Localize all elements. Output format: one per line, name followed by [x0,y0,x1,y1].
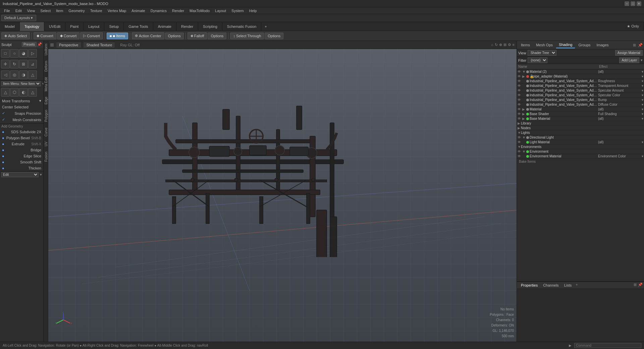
options-button-3[interactable]: Options [265,33,283,39]
arr-9[interactable]: ▶ [522,107,526,111]
row-menu-5[interactable]: ▾ [642,89,643,92]
props-pin-icon[interactable]: 📌 [638,283,643,288]
tree-row-roughness[interactable]: 👁 Industrial_Pipeline_and_Valve_System_A… [517,79,644,84]
eye-icon-13[interactable]: 👁 [518,140,522,144]
vert-tab-fusion[interactable]: Fusion [44,149,48,164]
shader-tree[interactable]: 👁 ▼ Material (2) (all) ▾ 👁 ▶ 🔒 pipe_adap… [517,69,644,281]
menu-animate[interactable]: Animate [129,9,148,13]
viewport-menu-button[interactable] [50,43,54,47]
smooth-shift-tool[interactable]: ● Smooth Shift [0,159,43,165]
tree-row-pipe-adapter[interactable]: 👁 ▶ 🔒 pipe_adapter (Material) ▾ [517,74,644,79]
vert-tab-edge[interactable]: Edge [44,94,48,107]
tab-layout[interactable]: Layout [84,22,104,31]
row-menu-7[interactable]: ▾ [642,98,643,102]
polygon-bevel[interactable]: ● Polygon Bevel Shift-B [0,135,43,141]
tab-paint[interactable]: Paint [65,22,84,31]
filter-more-icon[interactable]: ▾ [641,58,643,62]
menu-dynamics[interactable]: Dynamics [148,9,169,13]
eye-icon[interactable]: 👁 [518,70,522,73]
bridge-tool[interactable]: ● Bridge [0,147,43,153]
viewport[interactable]: Perspective Shaded Texture Ray GL: Off ⌂… [48,41,517,342]
items-button[interactable]: ■ ■ Items [107,33,128,39]
props-tab-channels[interactable]: Channels [540,283,561,288]
tree-row-lights[interactable]: ▼ Lights [517,131,644,135]
tab-render[interactable]: Render [176,22,198,31]
snaps-precision[interactable]: ✓ Snaps Precision [0,110,43,116]
vert-tab-meta[interactable]: Meta Edit [44,74,48,94]
row-menu-9[interactable]: ▾ [642,107,643,111]
tree-row-light-material[interactable]: 👁 Light Material (all) ▾ [517,140,644,145]
vp-settings-icon[interactable]: ⚙ [508,43,511,47]
viewport-canvas[interactable]: No Items Polygons : Face Channels: 0 Def… [48,49,517,342]
menu-item[interactable]: Item [53,9,66,13]
convert-button-2[interactable]: ◆ Convert [57,32,80,39]
eye-icon-7[interactable]: 👁 [518,98,522,102]
vert-tab-deform[interactable]: Deform [44,58,48,74]
convert-button-1[interactable]: ◆ Convert [34,32,56,39]
more-transforms[interactable]: More Transforms ▾ [0,98,43,104]
tool-scale[interactable]: ⊞ [19,60,28,68]
minimize-button[interactable]: − [625,1,629,6]
vp-zoom-icon[interactable]: ⊕ [499,43,502,47]
eye-icon-14[interactable]: 👁 [518,150,522,153]
tool-item-mesh[interactable]: △ [1,88,10,97]
tool-item-null[interactable]: △ [28,88,37,97]
tree-row-bump[interactable]: 👁 Industrial_Pipeline_and_Valve_System_A… [517,98,644,102]
menu-select[interactable]: Select [38,9,53,13]
action-center-button[interactable]: ⊕ Action Center [132,32,164,39]
menu-view[interactable]: View [24,9,38,13]
tool-select-arrow[interactable]: ▷ [28,49,37,58]
props-tab-properties[interactable]: Properties [518,283,540,288]
tab-star-only[interactable]: ★ Only [622,22,644,31]
tree-row-material-2[interactable]: 👁 ▼ Material (2) (all) ▾ [517,69,644,74]
center-selected[interactable]: Center Selected [0,104,43,110]
tree-row-specular-color[interactable]: 👁 Industrial_Pipeline_and_Valve_System_A… [517,93,644,98]
tree-row-diffuse[interactable]: 👁 Industrial_Pipeline_and_Valve_System_A… [517,102,644,107]
tool-falloff-paint[interactable]: ◑ [19,70,28,79]
sds-subdivide[interactable]: ● SDS Subdivide 2X [0,129,43,135]
row-menu-11[interactable]: ▾ [642,117,643,120]
rt-tab-shading[interactable]: Shading [556,42,575,48]
props-add-tab[interactable]: + [576,283,578,288]
eye-icon-8[interactable]: 👁 [518,103,522,106]
tool-select-circle[interactable]: ○ [10,49,19,58]
add-layer-button[interactable]: Add Layer [619,57,639,63]
vp-more-icon[interactable]: ≡ [513,43,515,47]
expand-arrow[interactable]: ▼ [522,70,526,73]
tool-item-light[interactable]: ◐ [19,88,28,97]
tab-schematic[interactable]: Schematic Fusion [222,22,261,31]
row-menu-13[interactable]: ▾ [642,140,643,144]
extrude-tool[interactable]: ● Extrude Shift-X [0,141,43,147]
eye-icon-3[interactable]: 👁 [518,79,522,83]
viewport-perspective-button[interactable]: Perspective [56,42,81,48]
row-menu-10[interactable]: ▾ [642,112,643,116]
expand-right-icon[interactable]: ⊞ [633,43,636,47]
tree-row-environment[interactable]: 👁 ▼ Environment [517,149,644,154]
presets-button[interactable]: Presets [22,42,37,47]
viewport-shading-button[interactable]: Shaded Texture [84,42,115,48]
tool-rotate[interactable]: ↻ [10,60,19,68]
convert-button-3[interactable]: ▷ Convert [80,32,103,39]
add-tab-button[interactable]: + [261,23,270,30]
eye-icon-2[interactable]: 👁 [518,74,522,78]
tree-row-dir-light[interactable]: 👁 ▼ Directional Light [517,135,644,140]
tree-row-transparent[interactable]: 👁 Industrial_Pipeline_and_Valve_System_A… [517,84,644,88]
row-menu-15[interactable]: ▾ [642,154,643,158]
eye-icon-11[interactable]: 👁 [518,117,522,120]
eye-icon-10[interactable]: 👁 [518,112,522,116]
expand-arrow-2[interactable]: ▶ [522,74,526,78]
tab-game-tools[interactable]: Game Tools [124,22,153,31]
filter-select[interactable]: (none) [528,57,547,63]
tree-row-nodes[interactable]: ▶ Nodes [517,126,644,131]
tab-setup[interactable]: Setup [104,22,124,31]
default-layouts-button[interactable]: Default Layouts ▾ [1,15,36,21]
menu-texture[interactable]: Texture [88,9,105,13]
tab-scripting[interactable]: Scripting [198,22,222,31]
eye-icon-15[interactable]: 👁 [518,154,522,158]
vp-maximize-icon[interactable]: ⊞ [503,43,506,47]
falloff-button[interactable]: ◈ Falloff [187,32,207,39]
edit-select[interactable]: Edit [1,172,39,177]
props-tab-lists[interactable]: Lists [561,283,575,288]
menu-layout[interactable]: Layout [212,9,229,13]
maximize-button[interactable]: □ [631,1,635,6]
